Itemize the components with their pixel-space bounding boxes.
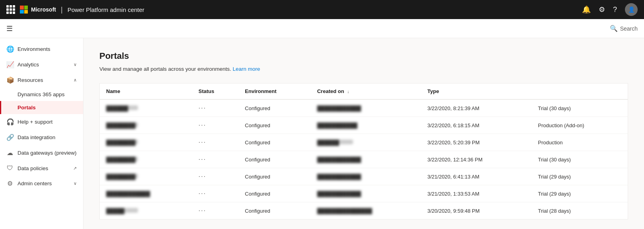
resources-label: Resources	[17, 77, 70, 83]
cell-type: Production (Add-on)	[531, 117, 628, 134]
resources-chevron: ∧	[74, 78, 77, 83]
topbar-logo: Microsoft	[20, 6, 56, 14]
more-options-icon[interactable]: ···	[198, 190, 206, 197]
learn-more-link[interactable]: Learn more	[233, 66, 260, 72]
help-icon[interactable]: ?	[613, 6, 617, 14]
app-name-label: Power Platform admin center	[68, 6, 144, 13]
table-row[interactable]: █████···Configured███████████████3/20/20…	[100, 202, 628, 219]
waffle-menu[interactable]	[6, 5, 15, 14]
analytics-icon: 📈	[6, 61, 14, 68]
col-header-name[interactable]: Name	[100, 83, 192, 99]
cell-menu-dots[interactable]: ···	[192, 134, 239, 151]
help-support-label: Help + support	[17, 119, 77, 125]
sidebar-item-dynamics365[interactable]: Dynamics 365 apps	[0, 88, 83, 101]
cell-type: Trial (30 days)	[531, 151, 628, 168]
cell-status: Configured	[239, 99, 311, 117]
portals-table: Name Status Environment Created on ↓	[100, 83, 628, 219]
data-policies-ext-icon: ↗	[73, 166, 77, 171]
cell-menu-dots[interactable]: ···	[192, 117, 239, 134]
cell-environment: ████████████	[311, 168, 421, 185]
more-options-icon[interactable]: ···	[198, 156, 206, 163]
admin-centers-icon: ⚙	[6, 180, 14, 187]
cell-menu-dots[interactable]: ···	[192, 168, 239, 185]
cell-menu-dots[interactable]: ···	[192, 151, 239, 168]
data-gateways-icon: ☁	[6, 149, 14, 157]
table-row[interactable]: ████████···Configured████████████3/21/20…	[100, 168, 628, 185]
admin-centers-label: Admin centers	[17, 180, 70, 186]
cell-environment: ███████████	[311, 117, 421, 134]
col-header-type[interactable]: Type	[421, 83, 531, 99]
cell-environment: ████████████	[311, 185, 421, 202]
col-header-created-on[interactable]: Created on ↓	[311, 83, 421, 99]
cell-status: Configured	[239, 117, 311, 134]
table-row[interactable]: ████████···Configured███████████3/22/202…	[100, 117, 628, 134]
help-support-icon: 🎧	[6, 118, 14, 126]
cell-environment: ████████████	[311, 151, 421, 168]
table-row[interactable]: ████████████···Configured████████████3/2…	[100, 185, 628, 202]
cell-environment: ██████	[311, 134, 421, 151]
table-row[interactable]: ████████···Configured██████3/22/2020, 5:…	[100, 134, 628, 151]
cell-name: █████	[100, 202, 192, 219]
cell-type: Trial (29 days)	[531, 168, 628, 185]
hamburger-button[interactable]: ☰	[6, 24, 13, 33]
topbar: Microsoft | Power Platform admin center …	[0, 0, 644, 19]
settings-icon[interactable]: ⚙	[599, 5, 605, 14]
cell-status: Configured	[239, 185, 311, 202]
microsoft-logo	[20, 6, 28, 14]
sidebar-item-portals[interactable]: Portals	[0, 101, 83, 114]
more-options-icon[interactable]: ···	[198, 207, 206, 214]
portals-table-container: Name Status Environment Created on ↓	[99, 83, 628, 219]
cell-menu-dots[interactable]: ···	[192, 185, 239, 202]
more-options-icon[interactable]: ···	[198, 105, 206, 111]
cell-menu-dots[interactable]: ···	[192, 99, 239, 117]
main-content: Portals View and manage all portals acro…	[83, 38, 644, 229]
cell-created-on: 3/22/2020, 5:20:39 PM	[421, 134, 531, 151]
more-options-icon[interactable]: ···	[198, 173, 206, 180]
cell-status: Configured	[239, 151, 311, 168]
search-button[interactable]: 🔍 Search	[610, 25, 638, 32]
table-row[interactable]: ██████···Configured████████████3/22/2020…	[100, 99, 628, 117]
resources-icon: 📦	[6, 76, 14, 84]
cell-name: ██████	[100, 99, 192, 117]
sidebar-item-analytics[interactable]: 📈 Analytics ∨	[0, 57, 83, 72]
layout: 🌐 Environments 📈 Analytics ∨ 📦 Resources…	[0, 38, 644, 229]
sidebar-item-environments[interactable]: 🌐 Environments	[0, 41, 83, 57]
avatar[interactable]: 👤	[625, 3, 638, 16]
sidebar-item-admin-centers[interactable]: ⚙ Admin centers ∨	[0, 176, 83, 191]
cell-name: ████████	[100, 168, 192, 185]
col-header-status[interactable]: Status	[192, 83, 239, 99]
more-options-icon[interactable]: ···	[198, 122, 206, 128]
cell-created-on: 3/22/2020, 12:14:36 PM	[421, 151, 531, 168]
page-title: Portals	[99, 51, 628, 61]
cell-type: Trial (30 days)	[531, 99, 628, 117]
table-row[interactable]: ████████···Configured████████████3/22/20…	[100, 151, 628, 168]
search-icon: 🔍	[610, 25, 618, 32]
search-label: Search	[620, 25, 638, 32]
page-subtitle: View and manage all portals across your …	[99, 66, 628, 72]
cell-status: Configured	[239, 134, 311, 151]
cell-menu-dots[interactable]: ···	[192, 202, 239, 219]
more-options-icon[interactable]: ···	[198, 139, 206, 146]
cell-created-on: 3/21/2020, 1:33:53 AM	[421, 185, 531, 202]
dynamics365-label: Dynamics 365 apps	[17, 91, 65, 97]
admin-centers-chevron: ∨	[74, 181, 77, 186]
table-body: ██████···Configured████████████3/22/2020…	[100, 99, 628, 219]
cell-created-on: 3/22/2020, 8:21:39 AM	[421, 99, 531, 117]
cell-type: Trial (28 days)	[531, 202, 628, 219]
table-header-row: Name Status Environment Created on ↓	[100, 83, 628, 99]
sidebar-item-data-integration[interactable]: 🔗 Data integration	[0, 130, 83, 145]
cell-created-on: 3/21/2020, 6:41:13 AM	[421, 168, 531, 185]
cell-created-on: 3/22/2020, 6:18:15 AM	[421, 117, 531, 134]
analytics-chevron: ∨	[74, 62, 77, 67]
created-on-sort-icon: ↓	[347, 89, 349, 94]
data-policies-label: Data policies	[17, 165, 69, 171]
data-gateways-label: Data gateways (preview)	[17, 150, 77, 156]
col-header-environment[interactable]: Environment	[239, 83, 311, 99]
topbar-right: 🔔 ⚙ ? 👤	[582, 3, 638, 16]
data-integration-label: Data integration	[17, 134, 77, 140]
sidebar-item-help-support[interactable]: 🎧 Help + support	[0, 114, 83, 130]
sidebar-item-data-gateways[interactable]: ☁ Data gateways (preview)	[0, 145, 83, 161]
sidebar-item-resources[interactable]: 📦 Resources ∧	[0, 72, 83, 88]
bell-icon[interactable]: 🔔	[582, 5, 591, 14]
sidebar-item-data-policies[interactable]: 🛡 Data policies ↗	[0, 161, 83, 176]
